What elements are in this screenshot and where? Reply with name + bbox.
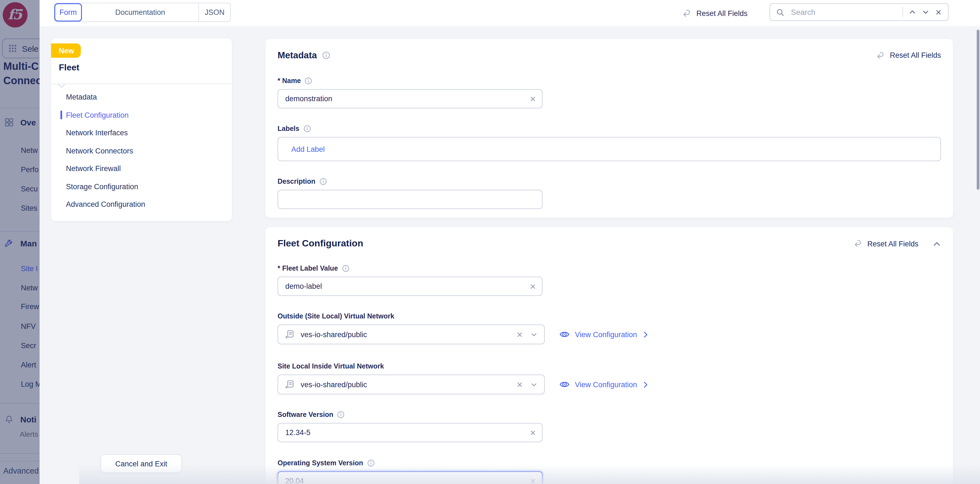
- labels-label: Labels: [278, 125, 941, 133]
- tab-documentation[interactable]: Documentation: [82, 3, 199, 21]
- search-icon: [776, 8, 784, 16]
- form-section-nav: New Fleet Metadata Fleet Configuration N…: [51, 38, 232, 221]
- inside-network-value: ves-io-shared/public: [301, 380, 510, 388]
- chevron-right-icon: [642, 331, 649, 338]
- chevron-down-icon[interactable]: [530, 331, 538, 338]
- form-object-title: Fleet: [59, 63, 80, 73]
- info-icon[interactable]: [342, 265, 350, 272]
- form-main-column: Metadata Reset All Fields: [266, 39, 953, 484]
- view-mode-tabs: Form Documentation JSON: [54, 3, 231, 22]
- metadata-card-title: Metadata: [278, 50, 330, 61]
- name-label: * Name: [278, 77, 941, 85]
- info-icon[interactable]: [319, 178, 327, 185]
- collapse-section-icon[interactable]: [933, 240, 941, 248]
- reference-object-icon: [285, 380, 294, 390]
- clear-outside-network-icon[interactable]: [516, 331, 523, 338]
- outside-network-value: ves-io-shared/public: [301, 330, 510, 339]
- os-version-input[interactable]: [278, 471, 542, 484]
- form-nav-item-network-connectors[interactable]: Network Connectors: [51, 142, 232, 160]
- metadata-reset-all-fields[interactable]: Reset All Fields: [876, 51, 941, 60]
- search-prev-icon[interactable]: [908, 8, 916, 16]
- clear-software-version-icon[interactable]: [529, 429, 536, 436]
- search-close-icon[interactable]: [935, 8, 942, 16]
- software-version-input[interactable]: [278, 423, 542, 442]
- clear-fleet-label-icon[interactable]: [529, 283, 536, 290]
- inside-network-select[interactable]: ves-io-shared/public: [278, 375, 545, 395]
- modal-dim-overlay: [0, 0, 40, 484]
- info-icon[interactable]: [305, 77, 312, 85]
- undo-icon: [854, 239, 862, 248]
- info-icon[interactable]: [322, 51, 330, 59]
- form-nav-item-fleet-configuration[interactable]: Fleet Configuration: [51, 106, 232, 124]
- form-nav-item-network-interfaces[interactable]: Network Interfaces: [51, 124, 232, 141]
- os-version-label: Operating System Version: [278, 459, 941, 467]
- search-next-icon[interactable]: [922, 8, 929, 16]
- info-icon[interactable]: [367, 459, 375, 467]
- description-label: Description: [278, 178, 941, 185]
- eye-icon: [559, 329, 570, 340]
- clear-inside-network-icon[interactable]: [516, 381, 523, 388]
- outside-network-label: Outside (Site Local) Virtual Network: [278, 312, 941, 320]
- form-nav-item-metadata[interactable]: Metadata: [51, 88, 232, 105]
- outside-network-select[interactable]: ves-io-shared/public: [278, 324, 545, 344]
- notch: [59, 84, 64, 87]
- inside-view-configuration-link[interactable]: View Configuration: [559, 379, 649, 390]
- undo-icon: [682, 8, 692, 18]
- add-label-button[interactable]: Add Label: [291, 145, 325, 153]
- undo-icon: [876, 51, 885, 60]
- fleet-configuration-card: Fleet Configuration Reset All Fields: [266, 227, 953, 484]
- form-nav-item-network-firewall[interactable]: Network Firewall: [51, 160, 232, 177]
- sidebar: f5 Sele Multi-C Connec Ove Netw Perfo S: [0, 0, 40, 484]
- form-header: Form Documentation JSON Reset All Fields: [40, 0, 980, 27]
- form-content: New Fleet Metadata Fleet Configuration N…: [40, 26, 980, 484]
- fleet-label-value-label: * Fleet Label Value: [278, 265, 941, 272]
- tab-form[interactable]: Form: [54, 3, 82, 21]
- app-root: f5 Sele Multi-C Connec Ove Netw Perfo S: [0, 0, 980, 484]
- search-box: [770, 3, 949, 21]
- chevron-down-icon[interactable]: [530, 381, 538, 388]
- name-input[interactable]: [278, 89, 542, 109]
- form-nav-item-advanced-configuration[interactable]: Advanced Configuration: [51, 195, 232, 213]
- inside-network-label: Site Local Inside Virtual Network: [278, 363, 941, 370]
- fleet-card-title: Fleet Configuration: [278, 238, 363, 249]
- software-version-label: Software Version: [278, 411, 941, 419]
- new-badge: New: [51, 43, 81, 58]
- metadata-card: Metadata Reset All Fields: [266, 39, 953, 218]
- clear-name-icon[interactable]: [529, 95, 536, 102]
- description-input[interactable]: [278, 190, 542, 209]
- vertical-scrollbar[interactable]: [977, 30, 980, 190]
- divider: [51, 84, 232, 84]
- divider: [902, 7, 903, 17]
- cancel-and-exit-button[interactable]: Cancel and Exit: [100, 454, 182, 473]
- info-icon[interactable]: [303, 125, 311, 133]
- outside-view-configuration-link[interactable]: View Configuration: [559, 329, 649, 340]
- eye-icon: [559, 379, 570, 390]
- reset-all-fields-button[interactable]: Reset All Fields: [682, 0, 748, 26]
- fleet-label-value-input[interactable]: [278, 276, 542, 296]
- tab-json[interactable]: JSON: [199, 3, 230, 21]
- labels-box[interactable]: Add Label: [278, 137, 941, 161]
- clear-os-version-icon[interactable]: [529, 478, 536, 484]
- fleet-reset-all-fields[interactable]: Reset All Fields: [854, 239, 918, 248]
- info-icon[interactable]: [337, 411, 345, 419]
- chevron-right-icon: [642, 381, 649, 388]
- reference-object-icon: [285, 329, 294, 339]
- search-input[interactable]: [790, 7, 897, 17]
- form-nav-item-storage-configuration[interactable]: Storage Configuration: [51, 178, 232, 195]
